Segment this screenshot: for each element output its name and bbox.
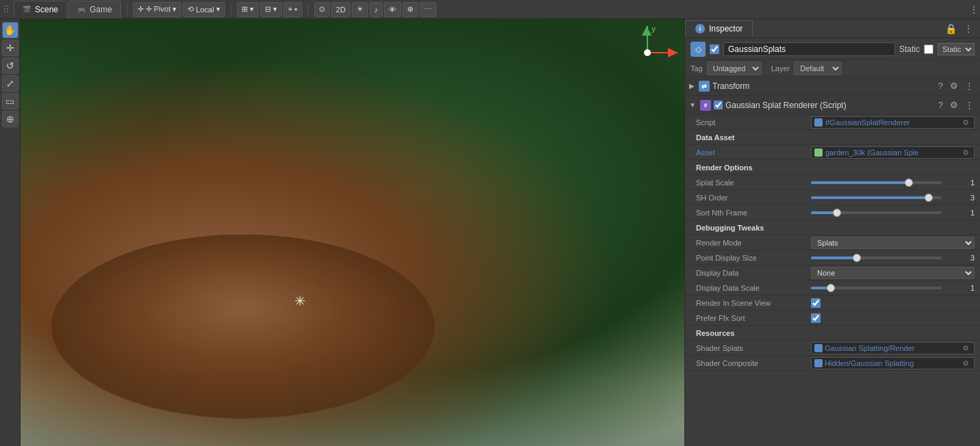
render-mode-row: Render Mode Splats DebugPoints DebugPoin…	[685, 235, 980, 250]
transform-more-btn[interactable]: ⋮	[963, 80, 976, 92]
circle-button[interactable]: ⊙	[314, 2, 330, 17]
scale-tool[interactable]: ⤢	[2, 75, 18, 92]
shader-composite-icon	[814, 359, 823, 367]
pivot-icon: ✛	[138, 5, 144, 14]
inspector-tab[interactable]: i Inspector	[685, 20, 753, 38]
display-data-select[interactable]: None SH Depth	[811, 267, 975, 279]
transform-header[interactable]: ▶ ⇄ Transform ? ⚙ ⋮	[685, 77, 980, 96]
script-help-btn[interactable]: ?	[936, 99, 945, 111]
top-dots-menu[interactable]: ⋮	[968, 3, 980, 16]
rotate-tool[interactable]: ↺	[2, 57, 18, 74]
pivot-button[interactable]: ✛ ✛ Pivot ▾	[133, 2, 182, 17]
asset-prop-row: Asset garden_30k (Gaussian Sple ⊙	[685, 145, 980, 160]
shader-composite-value: Hidden/Gaussian Splatting	[825, 359, 958, 367]
asset-pick-btn[interactable]: ⊙	[960, 147, 971, 158]
shader-splats-pick-btn[interactable]: ⊙	[960, 343, 971, 354]
script-prop-row: Script #GaussianSplatRenderer ⊙	[685, 115, 980, 130]
inspector-panel: i Inspector 🔒 ⋮ ◇ Static Static Tag Unta…	[684, 19, 980, 446]
prefer-ffx-checkbox[interactable]	[811, 313, 821, 323]
scene-area: ✳ y	[21, 19, 684, 446]
tag-layer-row: Tag Untagged Layer Default	[685, 60, 980, 77]
transform-collapse-arrow: ▶	[689, 82, 695, 90]
splat-scale-thumb[interactable]	[905, 179, 913, 187]
render-mode-select[interactable]: Splats DebugPoints DebugPointIndices Deb…	[811, 237, 975, 249]
shader-composite-pick-btn[interactable]: ⊙	[960, 358, 971, 369]
light-button[interactable]: ☀	[352, 2, 368, 17]
render-in-scene-checkbox[interactable]	[811, 298, 821, 308]
prefer-ffx-label: Prefer Ffx Sort	[696, 314, 805, 322]
move-tool[interactable]: ✛	[2, 40, 18, 56]
inspector-content[interactable]: ▶ ⇄ Transform ? ⚙ ⋮ ▼ # Gaussian Splat R…	[685, 77, 980, 446]
script-enabled-checkbox[interactable]	[714, 101, 723, 109]
shader-splats-icon	[814, 344, 823, 352]
point-display-size-slider[interactable]	[811, 257, 942, 259]
scene-view[interactable]: ✳ y	[21, 19, 684, 446]
lock-button[interactable]: 🔒	[944, 22, 958, 36]
gizmo-button[interactable]: ⊕	[402, 2, 418, 17]
layer-select[interactable]: Default	[794, 62, 842, 75]
display-data-scale-value: 1	[947, 284, 975, 292]
scene-gizmo[interactable]: y	[623, 26, 678, 81]
game-tab-label: Game	[90, 5, 112, 14]
point-display-size-thumb[interactable]	[853, 254, 861, 262]
sh-order-thumb[interactable]	[925, 194, 933, 202]
script-ref-field[interactable]: #GaussianSplatRenderer ⊙	[811, 116, 975, 129]
rect-tool[interactable]: ▭	[2, 93, 18, 109]
point-display-size-row: Point Display Size 3	[685, 250, 980, 265]
audio-button[interactable]: ♪	[370, 2, 383, 17]
grid-button[interactable]: ⊞ ▾	[237, 2, 259, 17]
transform-tool[interactable]: ⊕	[2, 111, 18, 127]
tab-game[interactable]: 🎮 Game	[68, 1, 121, 18]
gameobject-enabled-checkbox[interactable]	[710, 44, 719, 54]
script-ref-value: #GaussianSplatRenderer	[825, 118, 910, 127]
tab-scene[interactable]: 🎬 Scene	[14, 1, 67, 18]
resources-section: Resources	[685, 326, 980, 341]
resources-title: Resources	[696, 329, 734, 337]
script-more-btn[interactable]: ⋮	[963, 99, 976, 111]
grid-group: ⊞ ▾ ⊟ ▾ ⌖ ▾	[234, 2, 305, 17]
script-settings-btn[interactable]: ⚙	[948, 99, 960, 111]
sort-nth-slider[interactable]	[811, 211, 942, 214]
top-tabbar: ⠿ 🎬 Scene 🎮 Game ✛ ✛ Pivot ▾ ⟲ Local ▾ ⊞…	[0, 0, 980, 19]
sh-order-row: SH Order 3	[685, 190, 980, 205]
hand-tool[interactable]: ✋	[2, 22, 18, 38]
scene-tab-icon: 🎬	[23, 5, 31, 13]
snap-button[interactable]: ⊟ ▾	[260, 2, 282, 17]
pivot-label: ✛ Pivot ▾	[146, 5, 177, 14]
gameobject-row: ◇ Static Static	[685, 38, 980, 60]
inspector-tab-label: Inspector	[709, 24, 743, 34]
script-icon: #	[700, 100, 711, 111]
shader-splats-label: Shader Splats	[696, 344, 805, 352]
ruler-button[interactable]: ⌖ ▾	[283, 2, 302, 17]
2d-button[interactable]: 2D	[331, 2, 350, 17]
more-button[interactable]: ⋯	[420, 2, 437, 17]
gizmo-y-tip	[642, 26, 652, 36]
shader-splats-ref[interactable]: Gaussian Splatting/Render ⊙	[811, 342, 975, 354]
gameobject-name-input[interactable]	[723, 42, 895, 56]
display-data-scale-thumb[interactable]	[827, 284, 835, 292]
script-collapse-arrow: ▼	[689, 101, 696, 109]
script-label: Script	[696, 118, 805, 127]
prefer-ffx-row: Prefer Ffx Sort	[685, 311, 980, 326]
script-pick-btn[interactable]: ⊙	[960, 117, 971, 128]
transform-settings-btn[interactable]: ⚙	[948, 80, 960, 92]
inspector-more-button[interactable]: ⋮	[962, 22, 975, 36]
splat-scale-slider[interactable]	[811, 181, 942, 184]
sort-nth-thumb[interactable]	[833, 209, 841, 217]
asset-ref-field[interactable]: garden_30k (Gaussian Sple ⊙	[811, 146, 975, 159]
shader-splats-value: Gaussian Splatting/Render	[825, 344, 958, 352]
transform-help-btn[interactable]: ?	[936, 80, 945, 92]
static-dropdown[interactable]: Static	[938, 43, 975, 55]
scene-game-tabs: ⠿ 🎬 Scene 🎮 Game	[0, 1, 124, 18]
visibility-button[interactable]: 👁	[384, 2, 401, 17]
sh-order-slider[interactable]	[811, 196, 942, 199]
script-header[interactable]: ▼ # Gaussian Splat Renderer (Script) ? ⚙…	[685, 96, 980, 115]
view-group: ⊙ 2D ☀ ♪ 👁 ⊕ ⋯	[311, 2, 440, 17]
static-checkbox[interactable]	[924, 44, 933, 54]
script-ref-icon	[814, 118, 823, 127]
shader-composite-ref[interactable]: Hidden/Gaussian Splatting ⊙	[811, 357, 975, 369]
local-button[interactable]: ⟲ Local ▾	[183, 2, 224, 17]
tag-select[interactable]: Untagged	[707, 62, 762, 75]
display-data-scale-slider[interactable]	[811, 287, 942, 289]
gizmo-x-tip	[668, 48, 678, 57]
